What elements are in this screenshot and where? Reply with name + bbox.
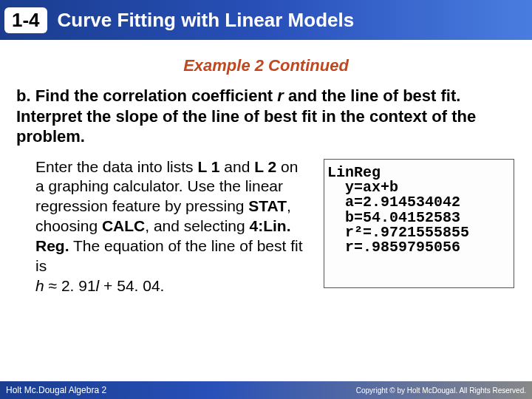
calc-line-1: LinReg bbox=[327, 166, 511, 180]
instr-L1: L 1 bbox=[197, 158, 219, 175]
footer-copyright: Copyright © by Holt McDougal. All Rights… bbox=[356, 386, 526, 395]
content-row: Enter the data into lists L 1 and L 2 on… bbox=[0, 147, 532, 296]
instr-L2: L 2 bbox=[254, 158, 276, 175]
header-bar: 1-4 Curve Fitting with Linear Models bbox=[0, 0, 532, 40]
instr-seg: The equation of the line of best fit is bbox=[35, 237, 303, 274]
instr-stat: STAT bbox=[248, 197, 287, 214]
calc-line-5: r²=.9721555855 bbox=[327, 225, 511, 240]
problem-label: b. bbox=[16, 86, 31, 105]
calc-line-4: b=54.04152583 bbox=[327, 211, 511, 225]
instr-calc: CALC bbox=[102, 217, 145, 234]
footer-publisher: Holt Mc.Dougal Algebra 2 bbox=[6, 385, 106, 395]
instr-seg: and bbox=[219, 158, 254, 175]
eq-rest: + 54. 04. bbox=[99, 277, 164, 294]
instr-seg: , and selecting bbox=[145, 217, 249, 234]
eq-approx: ≈ 2. 91 bbox=[44, 277, 96, 294]
problem-text-1: Find the correlation coefficient bbox=[35, 86, 278, 105]
example-title: Example 2 Continued bbox=[0, 56, 532, 75]
eq-h: h bbox=[35, 277, 44, 294]
problem-statement: b. Find the correlation coefficient r an… bbox=[0, 75, 532, 147]
calc-line-3: a=2.914534042 bbox=[327, 195, 511, 210]
instructions-text: Enter the data into lists L 1 and L 2 on… bbox=[35, 157, 310, 296]
instr-seg: Enter the data into lists bbox=[35, 158, 197, 175]
lesson-title: Curve Fitting with Linear Models bbox=[58, 9, 355, 32]
problem-var-r: r bbox=[277, 86, 284, 105]
footer-bar: Holt Mc.Dougal Algebra 2 Copyright © by … bbox=[0, 381, 532, 399]
calc-line-6: r=.9859795056 bbox=[327, 240, 511, 255]
calculator-screen: LinReg y=ax+b a=2.914534042 b=54.0415258… bbox=[324, 159, 514, 288]
calc-line-2: y=ax+b bbox=[327, 180, 511, 195]
lesson-number-badge: 1-4 bbox=[4, 7, 47, 33]
